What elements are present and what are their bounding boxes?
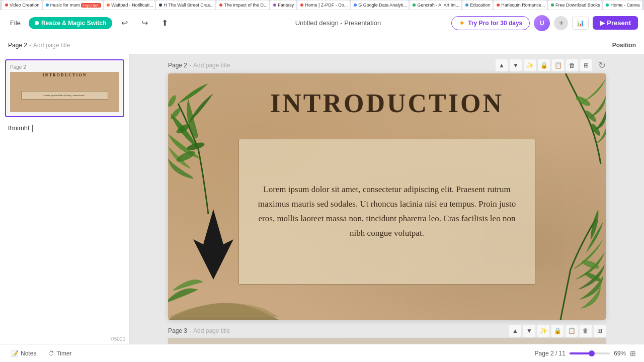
pro-button[interactable]: ✦ Try Pro for 30 days <box>451 16 530 30</box>
char-counter: 7/5000 <box>110 336 125 342</box>
file-menu[interactable]: File <box>6 17 25 29</box>
slide-content-text: Lorem ipsum dolor sit amet, consectetur … <box>254 183 520 241</box>
grid-view-button[interactable]: ⊞ <box>630 349 636 357</box>
bottom-bar: 📝 Notes ⏱ Timer Page 2 / 11 69% ⊞ <box>0 344 644 362</box>
upload-icon: ⬆ <box>162 18 168 28</box>
slide2-down-button[interactable]: ▼ <box>523 325 535 337</box>
slide-animate-button[interactable]: ✨ <box>524 59 536 71</box>
slide-up-button[interactable]: ▲ <box>496 59 508 71</box>
app-toolbar: File Resize & Magic Switch ↩ ↪ ⬆ Untitle… <box>0 10 644 36</box>
app-title: Untitled design - Presentation <box>229 19 448 27</box>
browser-tab-impact[interactable]: The impact of the D... <box>216 1 269 10</box>
slide-nav-group: ▲ ▼ ✨ 🔒 📋 🗑 ⊞ ↻ <box>496 59 606 71</box>
timer-button[interactable]: ⏱ Timer <box>45 348 74 358</box>
thumb-page-label: Page 2 <box>10 64 26 70</box>
upload-button[interactable]: ⬆ <box>156 15 173 31</box>
bottom-right: Page 2 / 11 69% ⊞ <box>535 349 636 357</box>
botanical-bottomright <box>515 194 606 320</box>
page-title-bar: Page 2 - Add page title Position <box>0 36 644 54</box>
position-label: Position <box>612 42 636 49</box>
slide-content-box[interactable]: Lorem ipsum dolor sit amet, consectetur … <box>238 139 535 285</box>
analytics-button[interactable]: 📊 <box>572 17 589 30</box>
refresh-button[interactable]: ↻ <box>598 60 606 71</box>
arrow-annotation <box>178 209 249 280</box>
browser-tab-wsj[interactable]: H The Wall Street Cras... <box>156 1 215 10</box>
browser-tab-gencraft[interactable]: Gencraft - AI Art Im... <box>410 1 461 10</box>
slide2-delete-button[interactable]: 🗑 <box>580 325 592 337</box>
redo-icon: ↪ <box>141 18 148 28</box>
slide-lock-button[interactable]: 🔒 <box>538 59 550 71</box>
slide2-page-label: Page 3 <box>168 327 187 334</box>
undo-button[interactable]: ↩ <box>116 15 132 31</box>
sidebar: Page 2 INTRODUCTION Lorem ipsum dolor si… <box>0 54 130 344</box>
browser-tab-harlequin[interactable]: Harlequin Romance... <box>494 1 547 10</box>
resize-button[interactable]: Resize & Magic Switch <box>29 17 112 29</box>
redo-button[interactable]: ↪ <box>136 15 152 31</box>
sidebar-page-text: thnimhf <box>8 124 30 132</box>
browser-tab-zpdf[interactable]: Home | Z-PDF - Do... <box>297 1 350 10</box>
add-collaborator-button[interactable]: + <box>554 16 568 30</box>
zoom-percentage: 69% <box>614 350 626 357</box>
slide2-more-button[interactable]: ⊞ <box>594 325 606 337</box>
undo-icon: ↩ <box>121 18 128 28</box>
cursor-indicator <box>32 125 33 132</box>
page-breadcrumb: Page 2 <box>8 42 27 49</box>
slide-title: INTRODUCTION <box>168 88 606 118</box>
resize-dot-icon <box>35 21 39 25</box>
chart-icon: 📊 <box>577 20 584 27</box>
browser-tab-books[interactable]: Free Download Books <box>548 1 602 10</box>
zoom-thumb[interactable] <box>589 350 595 356</box>
toolbar-right: ✦ Try Pro for 30 days U + 📊 ▶ Present <box>451 15 638 31</box>
zoom-slider[interactable] <box>570 352 610 354</box>
browser-tab-canva[interactable]: Home - Canva <box>603 1 642 10</box>
page-thumbnail[interactable]: Page 2 INTRODUCTION Lorem ipsum dolor si… <box>5 59 124 117</box>
slide2-up-button[interactable]: ▲ <box>509 325 521 337</box>
present-button[interactable]: ▶ Present <box>593 16 638 30</box>
bottom-left: 📝 Notes ⏱ Timer <box>8 348 75 358</box>
slide-add-title[interactable]: Add page title <box>193 62 230 69</box>
browser-tab-bar: Video Creation music for mum Important W… <box>0 0 644 10</box>
slide-canvas[interactable]: INTRODUCTION Lorem ipsum dolor sit amet,… <box>168 73 606 320</box>
slide-preview-container-2: Page 3 - Add page title ▲ ▼ ✨ 🔒 📋 🗑 ⊞ <box>168 325 606 344</box>
slide-preview-header-2: Page 3 - Add page title ▲ ▼ ✨ 🔒 📋 🗑 ⊞ <box>168 325 606 337</box>
browser-tab-wattpad[interactable]: Wattpad - Notificati... <box>104 1 155 10</box>
browser-tab-music[interactable]: music for mum Important <box>43 1 103 10</box>
notes-button[interactable]: 📝 Notes <box>8 348 39 358</box>
present-icon: ▶ <box>600 19 605 27</box>
slide-container-main: Page 2 - Add page title ▲ ▼ ✨ 🔒 📋 🗑 ⊞ ↻ <box>168 59 606 320</box>
slide-copy-button[interactable]: 📋 <box>552 59 564 71</box>
toolbar-left: File Resize & Magic Switch ↩ ↪ ⬆ <box>6 15 225 31</box>
separator: - <box>29 42 31 49</box>
notes-icon: 📝 <box>11 350 19 357</box>
main-layout: Page 2 INTRODUCTION Lorem ipsum dolor si… <box>0 54 644 344</box>
slide-down-button[interactable]: ▼ <box>510 59 522 71</box>
avatar[interactable]: U <box>534 15 550 31</box>
slide-page-label: Page 2 <box>168 62 187 69</box>
canvas-area: Page 2 - Add page title ▲ ▼ ✨ 🔒 📋 🗑 ⊞ ↻ <box>130 54 644 344</box>
star-icon: ✦ <box>459 19 465 27</box>
slide-delete-button[interactable]: 🗑 <box>566 59 578 71</box>
slide2-animate-button[interactable]: ✨ <box>537 325 549 337</box>
slide-header: Page 2 - Add page title ▲ ▼ ✨ 🔒 📋 🗑 ⊞ ↻ <box>168 59 606 71</box>
page-indicator: Page 2 / 11 <box>535 350 566 357</box>
plus-icon: + <box>559 19 564 28</box>
browser-tab-video[interactable]: Video Creation <box>2 1 42 10</box>
slide2-add-title[interactable]: Add page title <box>193 327 230 334</box>
slide-more-button[interactable]: ⊞ <box>580 59 592 71</box>
slide-preview-2[interactable] <box>168 338 606 344</box>
browser-tab-google[interactable]: G Google Data Analyti... <box>351 1 409 10</box>
slide2-lock-button[interactable]: 🔒 <box>551 325 564 337</box>
zoom-track[interactable] <box>570 352 610 354</box>
timer-icon: ⏱ <box>48 350 54 357</box>
browser-tab-fantasy[interactable]: Fantasy <box>270 1 296 10</box>
slide2-copy-button[interactable]: 📋 <box>566 325 578 337</box>
browser-tab-education[interactable]: Education <box>462 1 493 10</box>
add-page-title-link[interactable]: Add page title <box>33 42 70 49</box>
slide2-nav-group: ▲ ▼ ✨ 🔒 📋 🗑 ⊞ <box>509 325 606 337</box>
